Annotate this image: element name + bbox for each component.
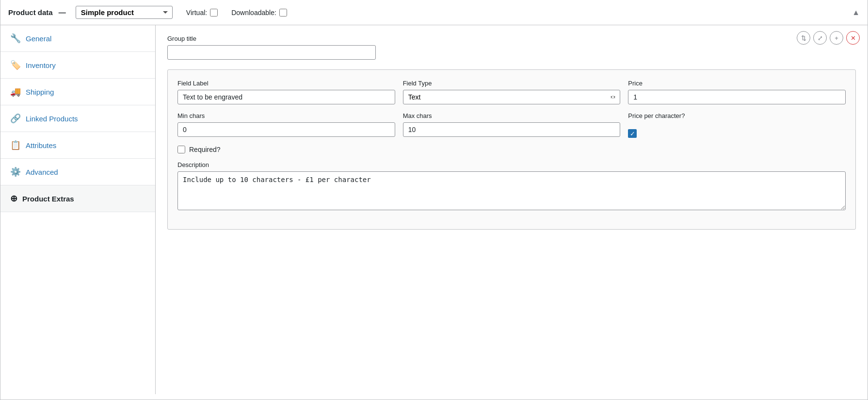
price-per-char-group: Price per character? ✓: [628, 112, 846, 138]
group-title-label: Group title: [167, 35, 856, 42]
sidebar-item-label-general: General: [26, 34, 51, 43]
sort-button[interactable]: ⇅: [797, 31, 810, 45]
virtual-label: Virtual:: [186, 9, 207, 17]
top-action-bar: ⇅ ⤢ + ✕: [797, 31, 860, 45]
group-title-input[interactable]: [167, 45, 376, 60]
group-title-group: Group title: [167, 35, 856, 60]
gear-icon: ⚙️: [10, 167, 21, 177]
price-input[interactable]: [628, 90, 846, 104]
main-content: ⇅ ⤢ + ✕ Group title Field Label: [156, 25, 868, 394]
sidebar-item-linked-products[interactable]: 🔗 Linked Products: [0, 105, 155, 132]
sidebar-item-inventory[interactable]: 🏷️ Inventory: [0, 52, 155, 79]
product-data-title: Product data —: [8, 8, 70, 17]
description-group: Description Include up to 10 characters …: [177, 161, 846, 212]
sidebar-item-advanced[interactable]: ⚙️ Advanced: [0, 159, 155, 185]
description-textarea[interactable]: Include up to 10 characters - £1 per cha…: [177, 171, 846, 210]
description-label: Description: [177, 161, 846, 168]
min-chars-group: Min chars: [177, 112, 395, 138]
remove-button[interactable]: ✕: [846, 31, 860, 45]
max-chars-group: Max chars: [403, 112, 621, 138]
min-chars-label: Min chars: [177, 112, 395, 119]
field-row-card: Field Label Field Type Text Textarea Sel…: [167, 69, 856, 230]
required-checkbox[interactable]: [177, 146, 185, 153]
sidebar-item-label-shipping: Shipping: [26, 88, 54, 96]
required-row: Required?: [177, 146, 846, 153]
min-chars-input[interactable]: [177, 122, 395, 137]
truck-icon: 🚚: [10, 86, 21, 97]
product-type-select[interactable]: Simple product: [76, 6, 173, 19]
required-label: Required?: [189, 146, 221, 153]
sidebar-item-general[interactable]: 🔧 General: [0, 25, 155, 52]
price-label: Price: [628, 80, 846, 87]
downloadable-label: Downloadable:: [231, 9, 276, 17]
field-label-label: Field Label: [177, 80, 395, 87]
field-row-bottom-grid: Min chars Max chars Price per character?…: [177, 112, 846, 138]
sidebar-item-attributes[interactable]: 📋 Attributes: [0, 132, 155, 159]
field-type-group: Field Type Text Textarea Select Radio Ch…: [403, 80, 621, 104]
sidebar: 🔧 General 🏷️ Inventory 🚚 Shipping 🔗 Link…: [0, 25, 156, 394]
link-icon: 🔗: [10, 113, 21, 124]
wrench-icon: 🔧: [10, 33, 21, 44]
tag-icon: 🏷️: [10, 60, 21, 70]
price-per-char-label: Price per character?: [628, 112, 846, 119]
sidebar-item-label-advanced: Advanced: [26, 168, 58, 176]
add-button[interactable]: +: [830, 31, 843, 45]
sidebar-item-label-attributes: Attributes: [26, 141, 56, 150]
sidebar-item-label-linked-products: Linked Products: [26, 115, 78, 123]
field-type-label: Field Type: [403, 80, 621, 87]
virtual-checkbox[interactable]: [210, 9, 218, 17]
sidebar-item-label-product-extras: Product Extras: [22, 195, 74, 203]
shrink-button[interactable]: ⤢: [813, 31, 827, 45]
field-label-group: Field Label: [177, 80, 395, 104]
max-chars-input[interactable]: [403, 122, 621, 137]
sidebar-item-label-inventory: Inventory: [26, 61, 56, 69]
field-type-select[interactable]: Text Textarea Select Radio Checkbox File: [403, 90, 621, 104]
downloadable-checkbox[interactable]: [279, 9, 287, 17]
sidebar-item-product-extras[interactable]: ⊕ Product Extras: [0, 185, 155, 212]
collapse-icon[interactable]: ▲: [852, 8, 860, 17]
plus-circle-icon: ⊕: [10, 193, 17, 204]
max-chars-label: Max chars: [403, 112, 621, 119]
price-per-char-checkbox[interactable]: ✓: [628, 129, 637, 138]
field-label-input[interactable]: [177, 90, 395, 104]
field-row-top-grid: Field Label Field Type Text Textarea Sel…: [177, 80, 846, 104]
sidebar-item-shipping[interactable]: 🚚 Shipping: [0, 79, 155, 105]
list-icon: 📋: [10, 140, 21, 150]
price-group: Price: [628, 80, 846, 104]
